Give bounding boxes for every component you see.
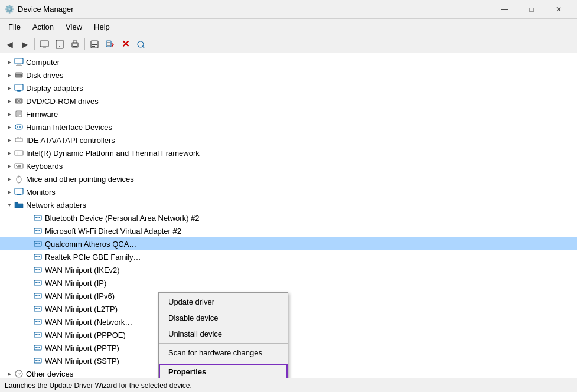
tree-item-wan-ikev2[interactable]: WAN Miniport (IKEv2) (0, 263, 577, 276)
tree-item-ide[interactable]: ▶IDE ATA/ATAPI controllers (0, 133, 577, 146)
close-button[interactable]: ✕ (545, 0, 572, 19)
tree-item-wan-pptp[interactable]: WAN Miniport (PPTP) (0, 341, 577, 354)
context-menu-item-disable-device[interactable]: Disable device (159, 310, 288, 326)
expand-icon-intel[interactable]: ▶ (5, 148, 14, 158)
expand-icon-ide[interactable]: ▶ (5, 135, 14, 145)
tree-item-wan-ipv6[interactable]: WAN Miniport (IPv6) (0, 289, 577, 302)
tree-item-firmware[interactable]: ▶Firmware (0, 107, 577, 120)
tree-item-wifi-direct[interactable]: Microsoft Wi-Fi Direct Virtual Adapter #… (0, 224, 577, 237)
firmware-icon (14, 109, 24, 119)
menu-view[interactable]: View (60, 20, 88, 34)
svg-point-73 (35, 282, 37, 283)
tree-item-dvd[interactable]: ▶DVD/CD-ROM drives (0, 94, 577, 107)
tree-item-network[interactable]: ▼Network adapters (0, 198, 577, 211)
tree-item-wan-pppoe[interactable]: WAN Miniport (PPPOE) (0, 328, 577, 341)
toolbar-update[interactable] (103, 37, 117, 51)
tree-item-intel[interactable]: ▶iIntel(R) Dynamic Platform and Thermal … (0, 146, 577, 159)
context-menu-item-uninstall-device[interactable]: Uninstall device (159, 326, 288, 342)
main-content: ▶Computer▶Disk drives▶Display adapters▶D… (0, 53, 577, 378)
expand-icon-network[interactable]: ▼ (5, 200, 14, 210)
menu-file[interactable]: File (2, 20, 27, 34)
status-text: Launches the Update Driver Wizard for th… (5, 381, 192, 390)
tree-item-computer[interactable]: ▶Computer (0, 55, 577, 68)
expand-icon-disk[interactable]: ▶ (5, 70, 14, 80)
menu-help[interactable]: Help (88, 20, 116, 34)
expand-icon-wan-sstp[interactable] (24, 356, 33, 365)
expand-icon-bt[interactable] (24, 213, 33, 223)
tree-item-display[interactable]: ▶Display adapters (0, 81, 577, 94)
expand-icon-wan-network[interactable] (24, 317, 33, 326)
toolbar-computer[interactable] (37, 37, 51, 51)
expand-icon-mice[interactable]: ▶ (5, 174, 14, 184)
maximize-button[interactable]: □ (518, 0, 545, 19)
svg-rect-45 (19, 165, 21, 166)
expand-icon-wan-l2tp[interactable] (24, 304, 33, 313)
svg-point-93 (35, 347, 37, 348)
context-menu-item-scan-hardware[interactable]: Scan for hardware changes (159, 345, 288, 361)
tree-label-wan-network: WAN Miniport (Network… (45, 318, 132, 326)
toolbar-device[interactable] (53, 37, 67, 51)
intel-icon: i (14, 148, 24, 158)
expand-icon-display[interactable]: ▶ (5, 83, 14, 93)
expand-icon-other[interactable]: ▶ (5, 369, 14, 378)
tree-item-disk[interactable]: ▶Disk drives (0, 68, 577, 81)
expand-icon-hid[interactable]: ▶ (5, 122, 14, 132)
tree-label-network: Network adapters (26, 201, 86, 210)
nic-icon (33, 291, 43, 300)
other-icon: ? (14, 369, 24, 378)
svg-point-90 (39, 334, 40, 335)
expand-icon-wan-pptp[interactable] (24, 343, 33, 352)
toolbar-scan[interactable] (133, 37, 148, 51)
tree-label-disk: Disk drives (26, 71, 64, 80)
tree-item-bt[interactable]: Bluetooth Device (Personal Area Network)… (0, 211, 577, 224)
svg-point-69 (35, 269, 37, 270)
toolbar-back[interactable]: ◀ (2, 37, 17, 51)
expand-icon-qualcomm[interactable] (24, 239, 33, 249)
expand-icon-dvd[interactable]: ▶ (5, 96, 14, 106)
tree-view[interactable]: ▶Computer▶Disk drives▶Display adapters▶D… (0, 53, 577, 378)
svg-text:i: i (17, 151, 18, 155)
context-menu-sep-sep2 (159, 362, 288, 362)
expand-icon-firmware[interactable]: ▶ (5, 109, 14, 119)
toolbar-remove[interactable]: ✕ (118, 37, 132, 51)
tree-item-wan-ip[interactable]: WAN Miniport (IP) (0, 276, 577, 289)
tree-item-keyboards[interactable]: ▶Keyboards (0, 159, 577, 172)
context-menu-item-properties[interactable]: Properties (159, 364, 288, 378)
expand-icon-wan-ip[interactable] (24, 278, 33, 288)
expand-icon-monitors[interactable]: ▶ (5, 187, 14, 197)
expand-icon-realtek[interactable] (24, 252, 33, 262)
svg-point-54 (39, 217, 40, 218)
toolbar-print[interactable] (68, 37, 82, 51)
toolbar-forward[interactable]: ▶ (18, 37, 32, 51)
nic-icon (33, 356, 43, 365)
svg-point-74 (39, 282, 40, 283)
svg-rect-20 (16, 65, 22, 66)
tree-item-qualcomm[interactable]: Qualcomm Atheros QCA… (0, 237, 577, 250)
tree-item-wan-sstp[interactable]: WAN Miniport (SSTP) (0, 354, 577, 367)
expand-icon-wan-ikev2[interactable] (24, 265, 33, 275)
menu-action[interactable]: Action (27, 20, 60, 34)
context-menu-sep-sep1 (159, 343, 288, 344)
svg-rect-22 (15, 73, 22, 74)
expand-icon-wifi-direct[interactable] (24, 226, 33, 236)
tree-label-wan-sstp: WAN Miniport (SSTP) (45, 357, 119, 365)
tree-item-wan-network[interactable]: WAN Miniport (Network… (0, 315, 577, 328)
expand-icon-wan-pppoe[interactable] (24, 330, 33, 339)
tree-item-other[interactable]: ▶?Other devices (0, 367, 577, 378)
context-menu-item-update-driver[interactable]: Update driver (159, 294, 288, 310)
tree-item-realtek[interactable]: Realtek PCIe GBE Family… (0, 250, 577, 263)
nic-icon (33, 278, 43, 288)
expand-icon-computer[interactable]: ▶ (5, 57, 14, 67)
toolbar-properties[interactable] (87, 37, 102, 51)
tree-label-wan-ikev2: WAN Miniport (IKEv2) (45, 266, 120, 275)
tree-item-monitors[interactable]: ▶Monitors (0, 185, 577, 198)
expand-icon-keyboards[interactable]: ▶ (5, 161, 14, 171)
minimize-button[interactable]: — (491, 0, 518, 19)
nic-icon (33, 317, 43, 326)
expand-icon-wan-ipv6[interactable] (24, 291, 33, 300)
tree-label-realtek: Realtek PCIe GBE Family… (45, 253, 141, 262)
tree-item-mice[interactable]: ▶Mice and other pointing devices (0, 172, 577, 185)
tree-label-wifi-direct: Microsoft Wi-Fi Direct Virtual Adapter #… (45, 227, 181, 236)
tree-item-wan-l2tp[interactable]: WAN Miniport (L2TP) (0, 302, 577, 315)
tree-item-hid[interactable]: ▶Human Interface Devices (0, 120, 577, 133)
